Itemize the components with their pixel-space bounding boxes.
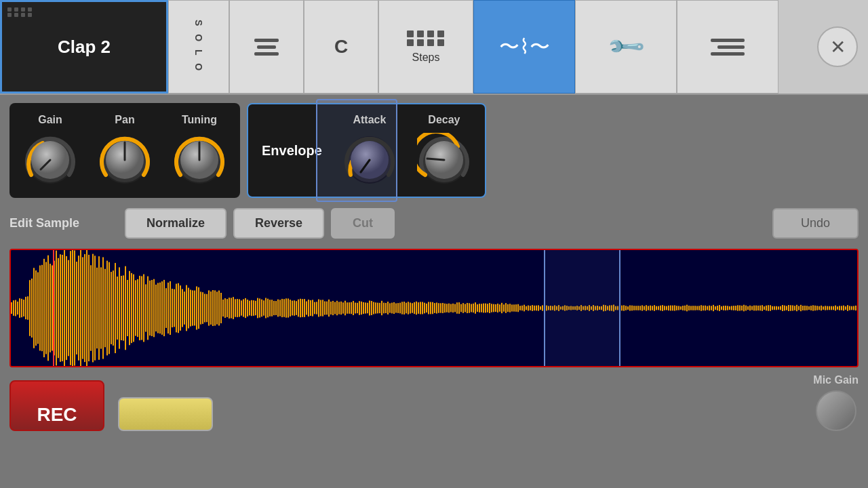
envelope-label: Envelope bbox=[262, 143, 322, 159]
cut-button[interactable]: Cut bbox=[331, 208, 395, 239]
pan-label: Pan bbox=[115, 114, 134, 126]
gain-group: Gain bbox=[23, 114, 77, 187]
playhead-line bbox=[53, 250, 54, 366]
lines-button[interactable] bbox=[229, 0, 304, 94]
hamburger-icon bbox=[711, 39, 745, 56]
track-name-button[interactable]: Clap 2 bbox=[0, 0, 168, 94]
close-icon: ✕ bbox=[830, 36, 846, 58]
tuning-group: Tuning bbox=[172, 114, 226, 187]
wave-button[interactable]: 〜⌇〜 bbox=[473, 0, 575, 94]
grid-dots-icon bbox=[7, 7, 33, 17]
track-name-label: Clap 2 bbox=[58, 37, 111, 58]
main-area: Gain bbox=[0, 95, 868, 488]
normalize-button[interactable]: Normalize bbox=[125, 208, 226, 239]
menu-button[interactable] bbox=[677, 0, 778, 94]
toolbar-spacer bbox=[778, 0, 807, 94]
rec-label: REC bbox=[37, 404, 77, 426]
selection-region bbox=[544, 250, 620, 366]
rec-button[interactable]: REC bbox=[9, 380, 104, 431]
toolbar: Clap 2 S O L O C Steps 〜⌇〜 🔧 bbox=[0, 0, 868, 95]
steps-grid-icon bbox=[407, 30, 446, 46]
envelope-panel: Envelope Attack bbox=[247, 103, 486, 198]
pan-knob[interactable] bbox=[98, 133, 152, 187]
close-button[interactable]: ✕ bbox=[807, 0, 868, 94]
reverse-button[interactable]: Reverse bbox=[233, 208, 324, 239]
waveform-container[interactable]: // This will be rendered as static SVG p… bbox=[9, 249, 859, 367]
solo-label: S O L O bbox=[193, 20, 204, 73]
mic-gain-knob[interactable] bbox=[816, 390, 856, 431]
settings-button[interactable]: 🔧 bbox=[575, 0, 677, 94]
attack-label: Attack bbox=[353, 114, 386, 126]
decay-group: Decay bbox=[417, 114, 471, 187]
envelope-label-group: Envelope bbox=[262, 143, 322, 159]
waveform-canvas bbox=[11, 250, 857, 366]
tuning-knob[interactable] bbox=[172, 133, 226, 187]
wrench-icon: 🔧 bbox=[605, 26, 647, 68]
mic-gain-area: Mic Gain bbox=[813, 374, 859, 431]
lines-icon bbox=[254, 39, 279, 56]
gain-knob[interactable] bbox=[23, 133, 77, 187]
tuning-label: Tuning bbox=[182, 114, 217, 126]
undo-button[interactable]: Undo bbox=[772, 208, 859, 239]
decay-label: Decay bbox=[428, 114, 460, 126]
bottom-area: REC Mic Gain bbox=[9, 367, 859, 431]
attack-group: Attack bbox=[342, 114, 397, 187]
decay-knob[interactable] bbox=[417, 133, 471, 187]
c-label: C bbox=[334, 36, 348, 58]
svg-line-14 bbox=[427, 159, 444, 160]
gain-pan-tuning-panel: Gain bbox=[9, 103, 240, 198]
close-circle: ✕ bbox=[817, 26, 858, 67]
solo-button[interactable]: S O L O bbox=[168, 0, 229, 94]
pan-group: Pan bbox=[98, 114, 152, 187]
gain-label: Gain bbox=[38, 114, 62, 126]
waveform-icon: 〜⌇〜 bbox=[499, 33, 550, 61]
steps-label: Steps bbox=[412, 52, 440, 64]
edit-sample-row: Edit Sample Normalize Reverse Cut Undo bbox=[9, 205, 859, 242]
attack-knob[interactable] bbox=[342, 133, 397, 187]
controls-row: Gain bbox=[9, 103, 859, 198]
mic-gain-label: Mic Gain bbox=[813, 374, 859, 386]
play-button[interactable] bbox=[118, 397, 213, 431]
c-button[interactable]: C bbox=[304, 0, 378, 94]
edit-sample-label: Edit Sample bbox=[9, 216, 118, 230]
steps-button[interactable]: Steps bbox=[378, 0, 473, 94]
